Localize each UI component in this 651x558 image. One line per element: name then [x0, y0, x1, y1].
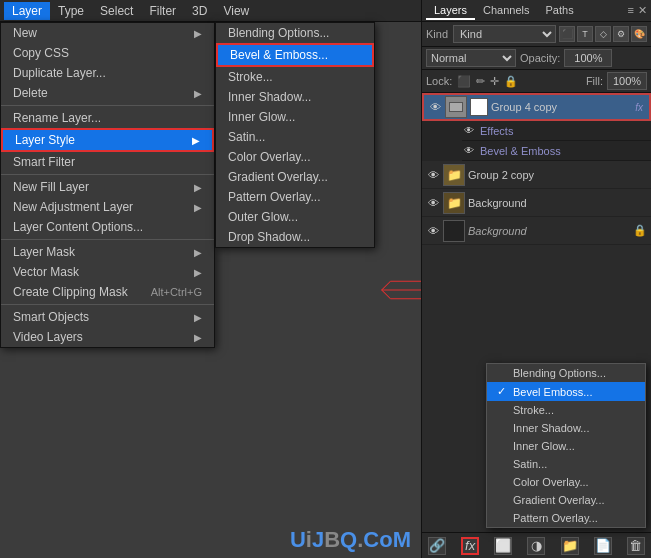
layer-style-submenu: Blending Options... Bevel & Emboss... St… — [215, 22, 375, 248]
watermark-u: U — [290, 527, 306, 552]
popup-blending[interactable]: Blending Options... — [487, 364, 645, 382]
submenu-drop-shadow[interactable]: Drop Shadow... — [216, 227, 374, 247]
popup-pattern[interactable]: Pattern Overlay... — [487, 509, 645, 527]
lock-paint-btn[interactable]: ✏ — [475, 75, 486, 88]
popup-satin[interactable]: Satin... — [487, 455, 645, 473]
new-group-btn[interactable]: 📁 — [561, 537, 579, 555]
filter-color-icon[interactable]: 🎨 — [631, 26, 647, 42]
submenu-satin[interactable]: Satin... — [216, 127, 374, 147]
layer-group4copy[interactable]: 👁 Group 4 copy fx — [422, 93, 651, 121]
layer-group2copy[interactable]: 👁 📁 Group 2 copy — [422, 161, 651, 189]
lock-row: Lock: ⬛ ✏ ✛ 🔒 Fill: — [422, 70, 651, 93]
menu-delete[interactable]: Delete▶ — [1, 83, 214, 103]
menu-smart-objects[interactable]: Smart Objects▶ — [1, 307, 214, 327]
delete-layer-btn[interactable]: 🗑 — [627, 537, 645, 555]
popup-bevel[interactable]: ✓ Bevel Emboss... — [487, 382, 645, 401]
filter-type-icon[interactable]: T — [577, 26, 593, 42]
popup-inner-glow[interactable]: Inner Glow... — [487, 437, 645, 455]
menu-layer[interactable]: Layer — [4, 2, 50, 20]
popup-inner-shadow[interactable]: Inner Shadow... — [487, 419, 645, 437]
menu-copy-css[interactable]: Copy CSS — [1, 43, 214, 63]
menu-select[interactable]: Select — [92, 2, 141, 20]
new-adjustment-btn[interactable]: ◑ — [527, 537, 545, 555]
filter-shape-icon[interactable]: ◇ — [595, 26, 611, 42]
menu-video-layers[interactable]: Video Layers▶ — [1, 327, 214, 347]
lock-position-btn[interactable]: ✛ — [489, 75, 500, 88]
popup-bevel-check: ✓ — [497, 385, 509, 398]
menu-type[interactable]: Type — [50, 2, 92, 20]
menu-layer-mask[interactable]: Layer Mask▶ — [1, 242, 214, 262]
submenu-inner-glow[interactable]: Inner Glow... — [216, 107, 374, 127]
menu-layer-content[interactable]: Layer Content Options... — [1, 217, 214, 237]
submenu-gradient-overlay[interactable]: Gradient Overlay... — [216, 167, 374, 187]
menu-smart-filter[interactable]: Smart Filter — [1, 152, 214, 172]
add-mask-btn[interactable]: ⬜ — [494, 537, 512, 555]
filter-smart-icon[interactable]: ⚙ — [613, 26, 629, 42]
filter-pixel-icon[interactable]: ⬛ — [559, 26, 575, 42]
eye-group4copy[interactable]: 👁 — [428, 100, 442, 114]
submenu-color-overlay[interactable]: Color Overlay... — [216, 147, 374, 167]
layer-background-group[interactable]: 👁 📁 Background — [422, 189, 651, 217]
watermark-text: UiJBQ.CoM — [290, 527, 411, 553]
popup-stroke[interactable]: Stroke... — [487, 401, 645, 419]
menu-view[interactable]: View — [215, 2, 257, 20]
eye-background[interactable]: 👁 — [426, 224, 440, 238]
panel-close-icon[interactable]: ✕ — [638, 4, 647, 17]
tab-paths[interactable]: Paths — [538, 2, 582, 20]
menu-filter[interactable]: Filter — [141, 2, 184, 20]
filter-icons: ⬛ T ◇ ⚙ 🎨 — [559, 26, 647, 42]
menu-rename[interactable]: Rename Layer... — [1, 108, 214, 128]
tab-layers[interactable]: Layers — [426, 2, 475, 20]
lock-transparent-btn[interactable]: ⬛ — [456, 75, 472, 88]
menu-new-adjustment[interactable]: New Adjustment Layer▶ — [1, 197, 214, 217]
layer-name-background-group: Background — [468, 197, 647, 209]
panel-tab-icons: ≡ ✕ — [628, 4, 647, 17]
effect-eye-2[interactable]: 👁 — [462, 144, 476, 158]
layer-dropdown: New▶ Copy CSS Duplicate Layer... Delete▶… — [0, 22, 215, 348]
submenu-blending[interactable]: Blending Options... — [216, 23, 374, 43]
menu-duplicate[interactable]: Duplicate Layer... — [1, 63, 214, 83]
menu-3d[interactable]: 3D — [184, 2, 215, 20]
popup-gradient-label: Gradient Overlay... — [513, 494, 605, 506]
filter-dropdown[interactable]: Kind — [453, 25, 556, 43]
layers-panel: Layers Channels Paths ≡ ✕ Kind Kind ⬛ T … — [421, 0, 651, 558]
lock-label: Lock: — [426, 75, 452, 87]
lock-all-btn[interactable]: 🔒 — [503, 75, 519, 88]
divider-1 — [1, 105, 214, 106]
menu-vector-mask[interactable]: Vector Mask▶ — [1, 262, 214, 282]
panel-menu-icon[interactable]: ≡ — [628, 4, 634, 17]
popup-color-overlay[interactable]: Color Overlay... — [487, 473, 645, 491]
layer-name-group2copy: Group 2 copy — [468, 169, 647, 181]
layer-background[interactable]: 👁 Background 🔒 — [422, 217, 651, 245]
submenu-bevel-emboss[interactable]: Bevel & Emboss... — [216, 43, 374, 67]
layer-name-background: Background — [468, 225, 630, 237]
menu-new-fill[interactable]: New Fill Layer▶ — [1, 177, 214, 197]
watermark-j: J — [312, 527, 324, 552]
submenu-stroke[interactable]: Stroke... — [216, 67, 374, 87]
eye-group2copy[interactable]: 👁 — [426, 168, 440, 182]
filter-label: Kind — [426, 28, 448, 40]
menu-layer-style[interactable]: Layer Style▶ — [1, 128, 214, 152]
layer-fx-group4copy[interactable]: fx — [635, 102, 645, 113]
submenu-inner-shadow[interactable]: Inner Shadow... — [216, 87, 374, 107]
fx-btn[interactable]: fx — [461, 537, 479, 555]
lock-icons: ⬛ ✏ ✛ 🔒 — [456, 75, 519, 88]
filter-row: Kind Kind ⬛ T ◇ ⚙ 🎨 — [422, 22, 651, 47]
bevel-emboss-row: 👁 Bevel & Emboss — [462, 141, 651, 161]
menu-clipping-mask[interactable]: Create Clipping MaskAlt+Ctrl+G — [1, 282, 214, 302]
fill-input[interactable] — [607, 72, 647, 90]
layer-name-group4copy: Group 4 copy — [491, 101, 632, 113]
effect-eye-1[interactable]: 👁 — [462, 124, 476, 138]
new-layer-btn[interactable]: 📄 — [594, 537, 612, 555]
menu-new[interactable]: New▶ — [1, 23, 214, 43]
submenu-outer-glow[interactable]: Outer Glow... — [216, 207, 374, 227]
opacity-label: Opacity: — [520, 52, 560, 64]
opacity-input[interactable] — [564, 49, 612, 67]
eye-background-group[interactable]: 👁 — [426, 196, 440, 210]
thumb-background-group: 📁 — [443, 192, 465, 214]
blend-mode-select[interactable]: Normal — [426, 49, 516, 67]
popup-gradient[interactable]: Gradient Overlay... — [487, 491, 645, 509]
link-layers-btn[interactable]: 🔗 — [428, 537, 446, 555]
submenu-pattern-overlay[interactable]: Pattern Overlay... — [216, 187, 374, 207]
tab-channels[interactable]: Channels — [475, 2, 537, 20]
